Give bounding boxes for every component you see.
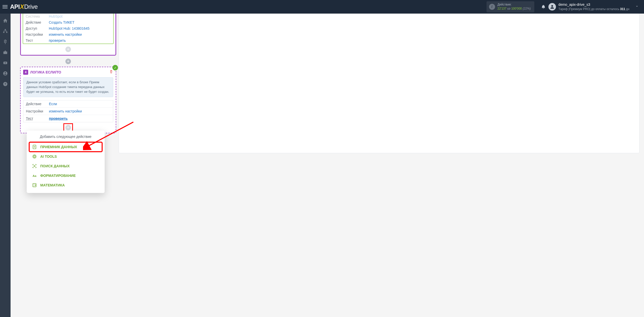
popup-title: Добавить следующее действие xyxy=(29,135,102,139)
actions-label: Действия: xyxy=(498,3,531,7)
svg-point-15 xyxy=(33,155,36,158)
popup-label: AI TOOLS xyxy=(40,154,57,158)
annotation-highlight-add xyxy=(63,123,73,131)
svg-point-16 xyxy=(34,166,35,167)
actions-counter[interactable]: i Действия: 22'137 из 100'000 (22%) xyxy=(487,1,534,12)
svg-rect-6 xyxy=(6,32,7,33)
popup-label: ПРИЕМНИК ДАННЫХ xyxy=(40,145,77,149)
logic-key-test: Тест xyxy=(23,115,47,122)
key-action: Действие xyxy=(23,19,46,25)
check-icon: ✓ xyxy=(112,65,118,70)
sidebar-home[interactable] xyxy=(0,16,11,26)
step-logic-card: ✓ 4 ЛОГИКА ЕСЛИ/ТО Данное условие сработ… xyxy=(20,67,116,133)
sidebar-briefcase[interactable] xyxy=(0,47,11,57)
sidebar-video[interactable] xyxy=(0,58,11,68)
detail-panel xyxy=(119,13,639,153)
val-system[interactable]: HubSpot xyxy=(49,14,62,18)
svg-rect-2 xyxy=(3,8,8,8)
svg-rect-5 xyxy=(3,32,5,33)
math-icon xyxy=(32,182,37,188)
info-icon: i xyxy=(489,4,495,10)
svg-rect-1 xyxy=(3,7,8,7)
svg-rect-4 xyxy=(5,29,6,30)
svg-point-10 xyxy=(5,72,6,73)
sidebar-help[interactable]: ? xyxy=(0,79,11,89)
sidebar: ? xyxy=(0,14,11,317)
step-params-table: СистемаHubSpot ДействиеСоздать ТИКЕТ Дос… xyxy=(23,13,113,44)
logic-key-settings: Настройки xyxy=(23,107,47,115)
actions-pct: (22%) xyxy=(523,7,531,10)
logic-val-action[interactable]: Если xyxy=(49,102,57,106)
logo-part-api: API xyxy=(10,3,20,10)
step-inner-box: СистемаHubSpot ДействиеСоздать ТИКЕТ Дос… xyxy=(23,13,114,44)
logic-val-test[interactable]: проверить xyxy=(49,116,68,121)
popup-item-ai[interactable]: AI TOOLS xyxy=(29,152,102,161)
svg-point-3 xyxy=(551,5,553,7)
search-data-icon xyxy=(32,163,37,169)
svg-rect-0 xyxy=(3,5,8,6)
chevron-down-icon xyxy=(635,4,639,9)
app-header: APIXDrive i Действия: 22'137 из 100'000 … xyxy=(0,0,644,14)
logo[interactable]: APIXDrive xyxy=(10,3,38,10)
popup-item-math[interactable]: МАТЕМАТИКА xyxy=(29,180,102,190)
text-format-icon: Aa xyxy=(32,173,37,178)
logo-part-x: X xyxy=(20,3,24,10)
svg-point-14 xyxy=(34,156,35,157)
step-logic-title: ЛОГИКА ЕСЛИ/ТО xyxy=(30,70,107,74)
actions-iz: из xyxy=(507,7,510,10)
user-menu[interactable]: demo_apix-drive_s3 Тариф |Премиум PRO| д… xyxy=(548,2,644,11)
add-step-inner-button[interactable]: + xyxy=(65,47,71,52)
key-test: Тест xyxy=(23,37,46,44)
val-action[interactable]: Создать ТИКЕТ xyxy=(49,20,74,24)
key-system: Система xyxy=(23,13,46,19)
logic-params-table: ДействиеЕсли Настройкиизменить настройки… xyxy=(23,100,113,122)
logic-key-action: Действие xyxy=(23,100,47,107)
add-action-popup: Добавить следующее действие ПРИЕМНИК ДАН… xyxy=(27,131,105,193)
popup-label: ПОИСК ДАННЫХ xyxy=(40,164,70,168)
step-card-hubspot: СистемаHubSpot ДействиеСоздать ТИКЕТ Дос… xyxy=(20,12,116,56)
actions-used: 22'137 xyxy=(498,7,507,10)
brain-icon xyxy=(32,154,37,159)
sidebar-billing[interactable] xyxy=(0,37,11,47)
step-logic-description: Данное условие сработает, если в блоке П… xyxy=(23,77,113,97)
detail-column xyxy=(116,14,644,317)
sidebar-connections[interactable] xyxy=(0,26,11,36)
document-plus-icon xyxy=(32,144,37,150)
popup-item-search[interactable]: ПОИСК ДАННЫХ xyxy=(29,161,102,171)
avatar-icon xyxy=(548,3,556,11)
menu-button[interactable] xyxy=(0,0,10,14)
main-area: СистемаHubSpot ДействиеСоздать ТИКЕТ Дос… xyxy=(11,14,644,317)
popup-label: ФОРМАТИРОВАНИЕ xyxy=(40,174,76,178)
val-test[interactable]: проверить xyxy=(49,38,66,43)
popup-label: МАТЕМАТИКА xyxy=(40,183,65,187)
key-settings: Настройки xyxy=(23,31,46,37)
user-plan: Тариф |Премиум PRO| до оплаты осталось 3… xyxy=(558,7,629,11)
add-step-between-button[interactable]: + xyxy=(65,59,71,64)
delete-step-button[interactable] xyxy=(109,70,113,75)
svg-rect-7 xyxy=(4,52,7,54)
sidebar-account[interactable] xyxy=(0,68,11,78)
actions-total: 100'000 xyxy=(511,7,522,10)
notifications-button[interactable] xyxy=(538,5,548,9)
logic-val-settings[interactable]: изменить настройки xyxy=(49,109,82,113)
popup-item-receiver[interactable]: ПРИЕМНИК ДАННЫХ xyxy=(29,142,102,152)
logo-part-drive: Drive xyxy=(24,3,38,10)
svg-text:?: ? xyxy=(4,82,6,86)
popup-item-format[interactable]: Aa ФОРМАТИРОВАНИЕ xyxy=(29,171,102,180)
val-access[interactable]: HubSpot Hub: 143801645 xyxy=(49,26,90,30)
key-access: Доступ xyxy=(23,25,46,31)
user-name: demo_apix-drive_s3 xyxy=(558,2,629,7)
step-number-badge: 4 xyxy=(23,70,28,75)
svg-text:Aa: Aa xyxy=(33,174,36,177)
val-settings[interactable]: изменить настройки xyxy=(49,32,82,36)
